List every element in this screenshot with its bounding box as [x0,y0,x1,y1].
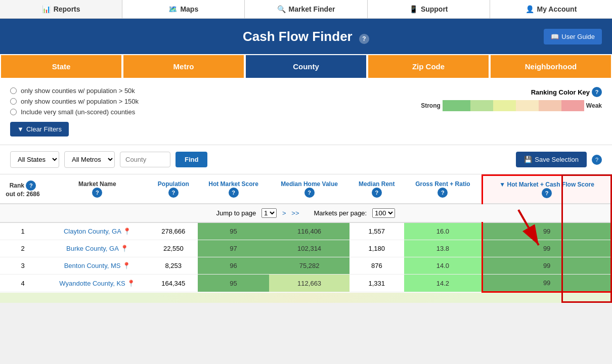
nav-maps[interactable]: 🗺️ Maps [122,0,245,18]
grt-cell: 14.0 [404,257,483,275]
clear-filters-button[interactable]: ▼ Clear Filters [10,122,69,136]
market-name-cell: Burke County, GA 📍 [46,240,149,257]
tab-metro[interactable]: Metro [122,54,245,79]
metros-select[interactable]: All Metros [64,151,115,168]
hot-score-cell: 97 [198,240,269,257]
title-help-icon[interactable]: ? [359,34,369,44]
county-input[interactable] [120,152,170,167]
market-name-cell: Benton County, MS 📍 [46,257,149,275]
home-value-cell: 75,282 [269,257,349,275]
hot-score-help-icon[interactable]: ? [229,188,239,198]
radio-unscored[interactable]: Include very small (un-scored) counties [10,108,139,116]
user-guide-button[interactable]: 📖 User Guide [544,29,602,44]
th-median-home-value: Median Home Value ? [269,175,349,204]
grt-cell: 16.0 [404,222,483,240]
tab-neighborhood[interactable]: Neighborhood [490,54,612,79]
home-value-cell: 112,663 [269,275,349,292]
tab-state[interactable]: State [0,54,122,79]
page-select[interactable]: 1 [261,208,277,218]
th-population: Population ? [149,175,198,204]
save-icon: 💾 [524,156,532,163]
market-finder-icon: 🔍 [277,5,286,13]
maps-icon: 🗺️ [168,5,177,13]
market-link[interactable]: Wyandotte County, KS [59,280,125,287]
nav-reports[interactable]: 📊 Reports [0,0,122,18]
per-page-select[interactable]: 100 50 25 [372,208,395,218]
rent-cell: 1,557 [349,222,404,240]
nav-market-finder[interactable]: 🔍 Market Finder [245,0,367,18]
grt-cell: 14.2 [404,275,483,292]
th-rank: Rank ? out of: 2686 [0,175,46,204]
radio-150k[interactable]: only show counties w/ population > 150k [10,98,139,105]
table-header-row: Rank ? out of: 2686 Market Name ? Popula… [0,175,611,204]
cf-score-cell: 99 [483,222,611,240]
last-page-link[interactable]: >> [291,209,299,217]
location-pin-icon: 📍 [122,262,130,269]
color-key-help-icon[interactable]: ? [592,87,602,97]
rent-cell: 1,331 [349,275,404,292]
grt-cell: 13.8 [404,240,483,257]
header-banner: Cash Flow Finder ? 📖 User Guide [0,19,612,54]
market-link[interactable]: Burke County, GA [66,245,118,252]
rent-cell: 876 [349,257,404,275]
market-link[interactable]: Benton County, MS [64,262,121,269]
population-help-icon[interactable]: ? [168,188,179,198]
home-value-cell: 102,314 [269,240,349,257]
cf-score-cell: 99 [483,275,611,292]
rank-help-icon[interactable]: ? [26,180,36,191]
radio-50k[interactable]: only show counties w/ population > 50k [10,87,139,95]
pagination-row: Jump to page 1 > >> Markets per page: 10… [0,204,611,222]
th-median-rent: Median Rent ? [349,175,404,204]
population-cell: 22,550 [149,240,198,257]
rank-cell: 2 [0,240,46,257]
nav-support[interactable]: 📱 Support [368,0,490,18]
median-rent-help-icon[interactable]: ? [372,188,382,198]
market-link[interactable]: Clayton County, GA [64,228,121,235]
reports-icon: 📊 [42,5,51,13]
location-pin-icon: 📍 [120,245,128,252]
color-key-title: Ranking Color Key [531,88,590,96]
hot-score-cell: 95 [198,275,269,292]
gross-rent-help-icon[interactable]: ? [438,188,448,198]
nav-my-account-label: My Account [537,5,577,13]
nav-market-finder-label: Market Finder [289,5,335,13]
nav-maps-label: Maps [180,5,198,13]
filter-tabs: State Metro County Zip Code Neighborhood [0,54,612,79]
population-filter-group: only show counties w/ population > 50k o… [10,87,139,116]
table-row: 2 Burke County, GA 📍 22,550 97 102,314 1… [0,240,611,257]
next-page-link[interactable]: > [282,209,286,217]
support-icon: 📱 [409,5,418,13]
save-selection-button[interactable]: 💾 Save Selection [516,152,587,167]
cf-score-help-icon[interactable]: ? [542,188,552,198]
rank-subtext: out of: 2686 [6,191,39,198]
th-gross-rent-ratio: Gross Rent + Ratio ? [404,175,483,204]
search-row: All States All Metros Find 💾 Save Select… [0,145,612,174]
rank-cell: 3 [0,257,46,275]
results-table: Rank ? out of: 2686 Market Name ? Popula… [0,174,612,293]
nav-support-label: Support [421,5,448,13]
population-cell: 8,253 [149,257,198,275]
th-cf-score: ▼ Hot Market + Cash Flow Score ? [483,175,611,204]
market-name-help-icon[interactable]: ? [92,188,102,198]
rank-cell: 4 [0,275,46,292]
search-help-icon[interactable]: ? [592,155,602,165]
weak-label: Weak [586,102,602,109]
nav-my-account[interactable]: 👤 My Account [490,0,612,18]
find-button[interactable]: Find [176,152,207,167]
book-icon: 📖 [551,33,559,40]
page-title: Cash Flow Finder ? [243,29,369,44]
th-market-name: Market Name ? [46,175,149,204]
cf-score-cell: 99 [483,240,611,257]
market-name-cell: Wyandotte County, KS 📍 [46,275,149,292]
tab-county[interactable]: County [245,54,367,79]
table-row: 4 Wyandotte County, KS 📍 164,345 95 112,… [0,275,611,292]
cf-score-cell: 99 [483,257,611,275]
hot-score-cell: 96 [198,257,269,275]
rank-cell: 1 [0,222,46,240]
tab-zip-code[interactable]: Zip Code [367,54,490,79]
results-table-container: Rank ? out of: 2686 Market Name ? Popula… [0,174,612,303]
th-hot-market-score: Hot Market Score ? [198,175,269,204]
table-row: 1 Clayton County, GA 📍 278,666 95 116,40… [0,222,611,240]
home-value-help-icon[interactable]: ? [304,188,315,198]
states-select[interactable]: All States [10,151,59,168]
